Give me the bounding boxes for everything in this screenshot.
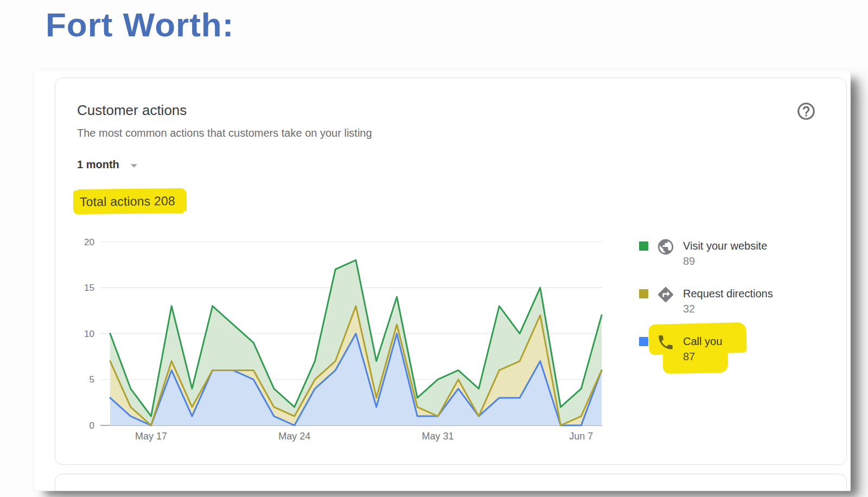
total-actions-highlight: Total actions 208 [73, 189, 184, 214]
question-mark-icon [796, 101, 816, 122]
legend-label: Request directions [683, 288, 773, 300]
svg-text:May 31: May 31 [422, 431, 454, 442]
legend-value: 89 [683, 255, 695, 267]
svg-text:May 17: May 17 [135, 431, 167, 442]
svg-text:15: 15 [84, 283, 94, 293]
total-actions-text: Total actions 208 [80, 194, 175, 209]
legend-value: 87 [683, 351, 695, 362]
legend-swatch-olive [639, 289, 648, 298]
legend-swatch-blue [639, 337, 648, 346]
svg-text:20: 20 [84, 237, 94, 247]
legend-label: Call you [683, 335, 722, 347]
svg-text:10: 10 [84, 329, 94, 339]
card-subtitle: The most common actions that customers t… [77, 127, 372, 139]
legend-label: Visit your website [683, 240, 767, 252]
customer-actions-chart: 05101520May 17May 24May 31Jun 7 [72, 225, 625, 447]
directions-icon [656, 285, 675, 304]
legend-item-call-you[interactable]: Call you 87 [639, 334, 773, 365]
svg-text:0: 0 [90, 420, 94, 431]
screenshot-panel: Customer actions The most common actions… [34, 69, 851, 491]
legend-value: 32 [683, 303, 695, 315]
svg-text:May 24: May 24 [278, 431, 310, 442]
customer-actions-card: Customer actions The most common actions… [55, 78, 847, 465]
period-value: 1 month [77, 158, 119, 171]
legend-swatch-green [639, 241, 648, 251]
chart-legend: Visit your website 89 Request directions… [639, 239, 773, 365]
globe-icon [656, 238, 675, 256]
card-title: Customer actions [77, 102, 187, 119]
period-dropdown[interactable]: 1 month [77, 156, 142, 173]
help-button[interactable] [795, 101, 817, 123]
next-section-card [55, 474, 847, 491]
legend-item-visit-your-website[interactable]: Visit your website 89 [639, 239, 773, 269]
phone-icon [656, 333, 675, 352]
legend-item-request-directions[interactable]: Request directions 32 [639, 286, 773, 317]
page-title: Fort Worth: [46, 5, 234, 44]
svg-text:Jun 7: Jun 7 [569, 431, 593, 442]
arrow-drop-down-icon [126, 157, 142, 174]
svg-text:5: 5 [90, 374, 94, 385]
